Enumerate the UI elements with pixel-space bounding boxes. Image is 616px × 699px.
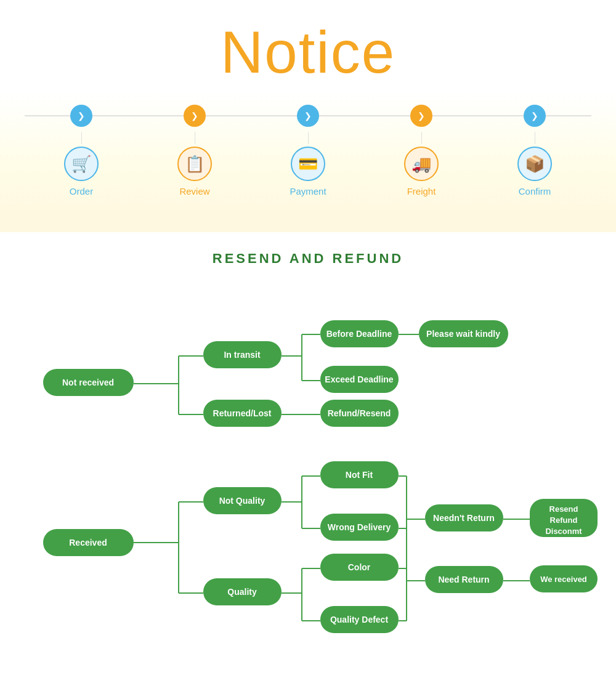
- timeline-dot-3: [297, 105, 319, 127]
- timeline-icons: 🛒 Order 📋 Review 💳 Payment 🚚 Freight 📦 C…: [0, 132, 616, 196]
- timeline-step-4: [365, 105, 478, 127]
- node-not-fit: Not Fit: [346, 470, 373, 480]
- section-arrow: [291, 215, 325, 232]
- timeline-item-confirm: 📦 Confirm: [478, 132, 591, 196]
- node-neednt-return: Needn't Return: [433, 513, 495, 523]
- node-wrong-delivery: Wrong Delivery: [328, 522, 391, 532]
- timeline-item-review: 📋 Review: [138, 132, 251, 196]
- node-resend-refund-disconmt-1: Resend: [549, 504, 578, 514]
- node-not-quality: Not Quality: [219, 496, 265, 506]
- timeline-step-3: [251, 105, 365, 127]
- timeline-item-payment: 💳 Payment: [251, 132, 365, 196]
- section-title: RESEND AND REFUND: [0, 251, 616, 267]
- timeline-step-2: [138, 105, 251, 127]
- node-quality-defect: Quality Defect: [330, 615, 388, 624]
- node-need-return: Need Return: [438, 575, 489, 584]
- timeline-item-freight: 🚚 Freight: [365, 132, 478, 196]
- flowchart-svg: Not received In transit Before Deadline …: [12, 285, 604, 679]
- review-icon: 📋: [177, 147, 212, 181]
- timeline-step-5: [478, 105, 591, 127]
- confirm-label: Confirm: [519, 186, 551, 196]
- node-quality: Quality: [227, 587, 257, 597]
- payment-icon: 💳: [291, 147, 325, 181]
- node-not-received: Not received: [62, 378, 114, 387]
- timeline-dot-2: [184, 105, 206, 127]
- node-returned-lost: Returned/Lost: [213, 408, 272, 418]
- freight-label: Freight: [407, 186, 436, 196]
- node-please-wait: Please wait kindly: [426, 329, 500, 339]
- timeline-dot-4: [410, 105, 432, 127]
- order-label: Order: [70, 186, 93, 196]
- timeline-track: [0, 105, 616, 127]
- timeline-section: 🛒 Order 📋 Review 💳 Payment 🚚 Freight 📦 C…: [0, 92, 616, 215]
- timeline-dot-1: [70, 105, 92, 127]
- order-icon: 🛒: [64, 147, 99, 181]
- timeline-step-1: [25, 105, 138, 127]
- freight-icon: 🚚: [404, 147, 439, 181]
- timeline-item-order: 🛒 Order: [25, 132, 138, 196]
- review-label: Review: [179, 186, 209, 196]
- timeline-dot-5: [524, 105, 546, 127]
- node-exceed-deadline: Exceed Deadline: [325, 374, 393, 384]
- node-received: Received: [69, 538, 107, 547]
- confirm-icon: 📦: [517, 147, 552, 181]
- flowchart: Not received In transit Before Deadline …: [0, 279, 616, 699]
- payment-label: Payment: [290, 186, 326, 196]
- node-resend-refund-disconmt-3: Disconmt: [545, 527, 582, 536]
- node-in-transit: In transit: [224, 350, 260, 360]
- page-title: Notice: [0, 0, 616, 92]
- node-color: Color: [348, 562, 371, 572]
- node-we-received: We received: [540, 575, 587, 584]
- node-resend-refund-disconmt-2: Refund: [550, 515, 578, 525]
- node-before-deadline: Before Deadline: [326, 329, 392, 339]
- node-refund-resend: Refund/Resend: [328, 408, 391, 418]
